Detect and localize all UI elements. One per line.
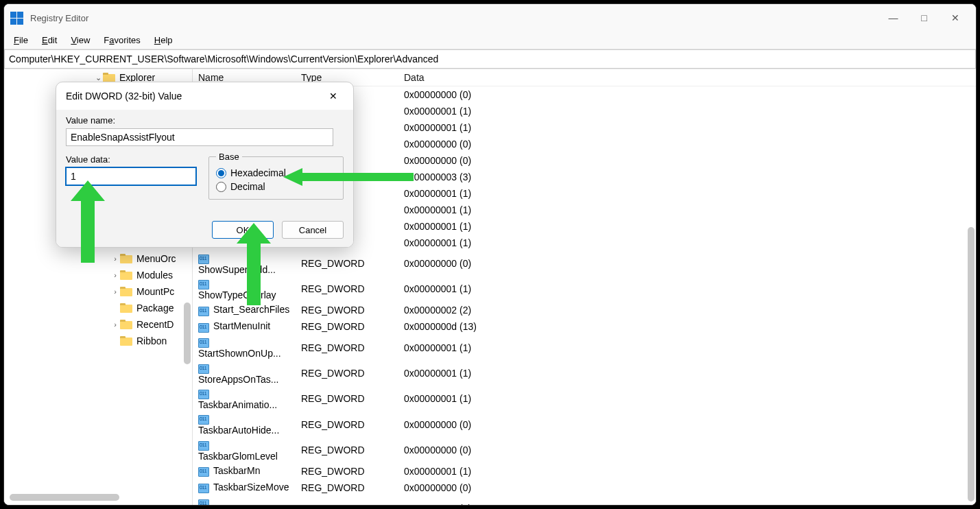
regedit-app-icon (10, 11, 23, 25)
cell-name: ShowSuperHidd... (198, 264, 276, 275)
table-row[interactable]: TaskbarAnimatio...REG_DWORD0x00000001 (1… (193, 386, 976, 412)
cell-data: 0x00000001 (1) (398, 119, 976, 136)
tree-item[interactable]: ›MountPc (4, 283, 192, 300)
list-vertical-scrollbar[interactable] (968, 90, 975, 498)
cell-data: 0x00000003 (3) (398, 169, 976, 185)
folder-icon (120, 303, 132, 313)
ok-button[interactable]: OK (212, 221, 274, 239)
tree-item-label: Ribbon (136, 335, 167, 346)
cell-data: 0x00000000 (0) (398, 496, 976, 505)
binary-value-icon (198, 337, 211, 348)
table-row[interactable]: ShowSuperHidd...REG_DWORD0x00000000 (0) (193, 251, 976, 276)
table-row[interactable]: TaskbarMnREG_DWORD0x00000001 (1) (193, 463, 976, 480)
binary-value-icon (198, 363, 211, 374)
chevron-right-icon[interactable]: › (110, 254, 120, 263)
table-row[interactable]: StartMenuInitREG_DWORD0x0000000d (13) (193, 318, 976, 335)
cell-data: 0x00000001 (1) (398, 218, 976, 235)
cell-data: 0x00000001 (1) (398, 235, 976, 251)
binary-value-icon (198, 440, 211, 451)
registry-editor-window: Registry Editor — □ ✕ File Edit View Fav… (3, 3, 977, 506)
tree-item-label: MountPc (136, 286, 174, 297)
tree-horizontal-scrollbar[interactable] (10, 494, 119, 501)
menu-file[interactable]: File (7, 34, 35, 47)
binary-value-icon (198, 466, 211, 477)
cell-data: 0x00000001 (1) (398, 103, 976, 119)
cell-data: 0x00000001 (1) (398, 386, 976, 412)
close-button[interactable]: ✕ (940, 4, 970, 32)
cell-data: 0x00000001 (1) (398, 276, 976, 302)
chevron-right-icon[interactable]: › (110, 271, 120, 279)
dialog-close-button[interactable]: ✕ (323, 91, 344, 102)
cell-name: TaskbarGlomLevel (198, 451, 278, 462)
cell-name: TaskbarSizeMove (213, 482, 289, 493)
chevron-down-icon[interactable]: ⌄ (93, 73, 103, 82)
cell-name: StoreAppsOnTas... (198, 374, 279, 385)
folder-icon (120, 320, 132, 329)
binary-value-icon (198, 498, 211, 505)
edit-dword-dialog: Edit DWORD (32-bit) Value ✕ Value name: … (56, 82, 354, 248)
value-name-label: Value name: (66, 115, 344, 126)
table-row[interactable]: Start_SearchFilesREG_DWORD0x00000002 (2) (193, 302, 976, 318)
folder-icon (120, 270, 132, 280)
cell-name: ShowTypeOverlay (198, 289, 276, 300)
binary-value-icon (198, 388, 211, 399)
dialog-titlebar[interactable]: Edit DWORD (32-bit) Value ✕ (56, 82, 353, 110)
cell-name: StartMenuInit (213, 320, 270, 331)
maximize-button[interactable]: □ (909, 4, 940, 32)
titlebar[interactable]: Registry Editor — □ ✕ (4, 4, 976, 32)
tree-item[interactable]: Ribbon (4, 333, 192, 349)
cell-data: 0x00000000 (0) (398, 412, 976, 437)
cell-type: REG_DWORD (296, 412, 398, 437)
table-row[interactable]: TaskbarAutoHide...REG_DWORD0x00000000 (0… (193, 412, 976, 437)
radio-decimal[interactable]: Decimal (216, 181, 336, 192)
radio-hexadecimal[interactable]: Hexadecimal (216, 167, 336, 178)
cell-type: REG_DWORD (296, 386, 398, 412)
tree-item-label: Package (136, 303, 174, 313)
chevron-right-icon[interactable]: › (110, 287, 120, 296)
base-legend: Base (216, 152, 242, 162)
table-row[interactable]: StartShownOnUp...REG_DWORD0x00000001 (1) (193, 335, 976, 360)
cell-type: REG_DWORD (296, 318, 398, 335)
cancel-button[interactable]: Cancel (282, 221, 344, 239)
table-row[interactable]: TaskbarGlomLevelREG_DWORD0x00000000 (0) (193, 437, 976, 462)
cell-name: TaskbarMn (213, 465, 260, 476)
tree-item-label: Modules (136, 270, 173, 281)
value-name-field[interactable] (66, 128, 333, 146)
value-data-field[interactable] (66, 167, 196, 185)
tree-item[interactable]: ›MenuOrc (4, 250, 192, 267)
folder-icon (103, 73, 115, 82)
table-row[interactable]: StoreAppsOnTas...REG_DWORD0x00000001 (1) (193, 360, 976, 386)
value-data-label: Value data: (66, 154, 203, 165)
tree-item-label: MenuOrc (136, 253, 176, 264)
cell-type: REG_DWORD (296, 302, 398, 318)
cell-name: Start_SearchFiles (213, 304, 289, 315)
cell-data: 0x00000001 (1) (398, 335, 976, 360)
tree-item[interactable]: Package (4, 300, 192, 316)
cell-type: REG_DWORD (296, 463, 398, 480)
radio-icon (216, 182, 226, 192)
column-header-data[interactable]: Data (398, 69, 976, 86)
tree-item[interactable]: ›Modules (4, 267, 192, 283)
radio-icon (216, 168, 226, 178)
menu-view[interactable]: View (64, 34, 97, 47)
menu-edit[interactable]: Edit (35, 34, 64, 47)
binary-value-icon (198, 414, 211, 425)
tree-item[interactable]: ›RecentD (4, 316, 192, 333)
menu-help[interactable]: Help (147, 34, 180, 47)
cell-name: TaskbarAnimatio... (198, 399, 277, 410)
binary-value-icon (198, 482, 211, 493)
cell-data: 0x00000000 (0) (398, 251, 976, 276)
table-row[interactable]: ShowTypeOverlayREG_DWORD0x00000001 (1) (193, 276, 976, 302)
cell-name: StartShownOnUp... (198, 348, 281, 359)
chevron-right-icon[interactable]: › (110, 320, 120, 329)
menu-favorites[interactable]: Favorites (97, 34, 147, 47)
cell-data: 0x0000000d (13) (398, 318, 976, 335)
tree-vertical-scrollbar[interactable] (184, 303, 191, 364)
minimize-button[interactable]: — (878, 4, 909, 32)
address-bar[interactable]: Computer\HKEY_CURRENT_USER\Software\Micr… (4, 49, 976, 69)
table-row[interactable]: TaskbarSmallIconsREG_DWORD0x00000000 (0) (193, 496, 976, 505)
cell-data: 0x00000000 (0) (398, 480, 976, 496)
folder-icon (120, 287, 132, 296)
cell-data: 0x00000000 (0) (398, 86, 976, 103)
table-row[interactable]: TaskbarSizeMoveREG_DWORD0x00000000 (0) (193, 480, 976, 496)
